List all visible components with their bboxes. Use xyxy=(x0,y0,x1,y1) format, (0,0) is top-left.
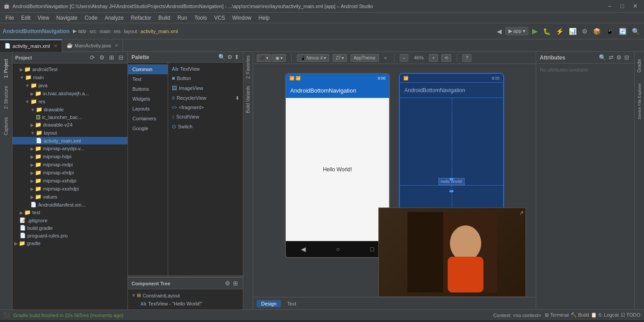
attach-button[interactable]: ⚡ xyxy=(554,27,565,36)
menu-tools[interactable]: Tools xyxy=(191,14,211,22)
palette-item-imageview[interactable]: 🖼 ImageView xyxy=(168,83,243,93)
sync-button[interactable]: 🔄 xyxy=(617,27,628,36)
tree-item-values[interactable]: ▶📁values xyxy=(13,193,127,201)
palette-item-textview[interactable]: Ab TextView xyxy=(168,64,243,73)
menu-build[interactable]: Build xyxy=(155,14,174,22)
maximize-button[interactable]: □ xyxy=(618,2,627,10)
tree-item-mipmap-hdpi[interactable]: ▶📁mipmap-hdpi xyxy=(13,153,127,161)
breadcrumb-app[interactable]: ▶ app xyxy=(73,28,86,34)
tree-item-mipmap-xxhdpi[interactable]: ▶📁mipmap-xxhdpi xyxy=(13,177,127,185)
tree-item-package[interactable]: ▶📁in.tvac.akshayejh.a... xyxy=(13,89,127,97)
bottom-tab-design[interactable]: Design xyxy=(257,300,281,307)
palette-cat-common[interactable]: Common xyxy=(128,64,168,74)
menu-view[interactable]: View xyxy=(34,14,53,22)
nav-home-btn[interactable]: ○ xyxy=(336,246,340,253)
nav-recents-btn[interactable]: □ xyxy=(370,246,374,253)
tree-item-proguard[interactable]: 📄proguard-rules.pro xyxy=(13,232,127,239)
tree-item-main[interactable]: ▼📁main xyxy=(13,73,127,81)
attr-gear-icon[interactable]: ⚙ xyxy=(615,54,623,61)
palette-cat-containers[interactable]: Containers xyxy=(128,114,168,123)
tree-item-drawable[interactable]: ▼📁drawable xyxy=(13,106,127,114)
design-surface-btn[interactable]: ⬛▾ xyxy=(257,54,271,62)
menu-refactor[interactable]: Refactor xyxy=(127,14,155,22)
menu-window[interactable]: Window xyxy=(229,14,255,22)
side-tab-captures[interactable]: Captures xyxy=(2,114,10,139)
tree-item-java[interactable]: ▼📁java xyxy=(13,81,127,89)
menu-code[interactable]: Code xyxy=(81,14,101,22)
build-btn[interactable]: 🔨 Build xyxy=(571,312,589,318)
nav-back-btn[interactable]: ◀ xyxy=(301,246,306,253)
side-tab-structure[interactable]: 2: Structure xyxy=(2,82,10,113)
breadcrumb-res[interactable]: res xyxy=(114,29,120,34)
tree-item-ic-launcher[interactable]: 🖼ic_launcher_bac... xyxy=(13,114,127,121)
blueprint-btn[interactable]: ◉▾ xyxy=(272,54,286,62)
side-tab-device-file-explorer[interactable]: Device File Explorer xyxy=(636,80,644,123)
side-tab-favorites[interactable]: 2: Favorites xyxy=(244,52,252,82)
zoom-fit-btn[interactable]: ⟲ xyxy=(441,54,451,62)
tree-item-test[interactable]: ▶📁test xyxy=(13,208,127,216)
palette-expand-icon[interactable]: ⬆ xyxy=(234,54,239,60)
attr-collapse-icon[interactable]: ⊟ xyxy=(623,54,631,61)
terminal-btn[interactable]: ⊞ Terminal xyxy=(545,312,568,318)
tree-item-activity-main[interactable]: 📄activity_main.xml xyxy=(13,137,127,144)
palette-item-scrollview[interactable]: ↕ ScrollView xyxy=(168,112,243,122)
tab-main-activity-java[interactable]: ☕ MainActivity.java ✕ xyxy=(62,39,123,52)
menu-vcs[interactable]: VCS xyxy=(211,14,229,22)
sdk-button[interactable]: 📦 xyxy=(591,27,602,36)
tree-item-mipmap-xxxhdpi[interactable]: ▶📁mipmap-xxxhdpi xyxy=(13,185,127,193)
side-tab-gradle[interactable]: Gradle xyxy=(635,55,644,76)
video-resize-handle[interactable]: ↗ xyxy=(519,210,524,216)
todo-btn[interactable]: ☑ TODO xyxy=(621,312,640,318)
search-button[interactable]: 🔍 xyxy=(630,27,641,36)
logcat-btn[interactable]: 📋 6: Logcat xyxy=(591,312,619,318)
tree-item-mipmap-xhdpi[interactable]: ▶📁mipmap-xhdpi xyxy=(13,169,127,177)
attr-search-icon[interactable]: 🔍 xyxy=(597,54,607,61)
component-tree-expand-icon[interactable]: ⊞ xyxy=(232,280,239,287)
project-sync-icon[interactable]: ⟳ xyxy=(89,54,96,61)
minimize-button[interactable]: – xyxy=(606,2,614,10)
tree-item-androidtest[interactable]: ▶📁androidTest xyxy=(13,65,127,73)
avd-button[interactable]: 📱 xyxy=(604,27,615,36)
palette-cat-google[interactable]: Google xyxy=(128,123,168,133)
tree-item-mipmap-mdpi[interactable]: ▶📁mipmap-mdpi xyxy=(13,161,127,169)
run-button[interactable]: ▶ xyxy=(530,26,539,36)
debug-button[interactable]: 🐛 xyxy=(541,27,552,36)
attr-swap-icon[interactable]: ⇄ xyxy=(607,54,615,61)
project-collapse-icon[interactable]: ⊟ xyxy=(117,54,125,61)
breadcrumb-layout[interactable]: layout xyxy=(124,29,137,34)
menu-navigate[interactable]: Navigate xyxy=(53,14,81,22)
tree-item-layout[interactable]: ▼📁layout xyxy=(13,129,127,137)
theme-selector[interactable]: AppTheme xyxy=(351,54,379,62)
palette-cat-widgets[interactable]: Widgets xyxy=(128,94,168,104)
palette-gear-icon[interactable]: ⚙ xyxy=(227,54,233,60)
palette-item-switch[interactable]: ⊙ Switch xyxy=(168,122,243,131)
palette-cat-text[interactable]: Text xyxy=(128,74,168,84)
tree-item-res[interactable]: ▼📁res xyxy=(13,97,127,106)
tree-item-gradle[interactable]: ▶📁gradle xyxy=(13,239,127,247)
settings-button[interactable]: ⚙ xyxy=(580,27,589,36)
component-tree-gear-icon[interactable]: ⚙ xyxy=(224,280,232,287)
project-expand-icon[interactable]: ⊞ xyxy=(108,54,115,61)
breadcrumb-main[interactable]: main xyxy=(100,29,110,34)
palette-cat-buttons[interactable]: Buttons xyxy=(128,84,168,94)
side-tab-project[interactable]: 1: Project xyxy=(2,55,10,81)
palette-search-icon[interactable]: 🔍 xyxy=(218,54,225,60)
profile-button[interactable]: 📊 xyxy=(567,27,578,36)
tree-item-mipmap-anydpi[interactable]: ▶📁mipmap-anydpi-v... xyxy=(13,144,127,153)
side-tab-build-variants[interactable]: Build Variants xyxy=(244,82,252,117)
palette-cat-layouts[interactable]: Layouts xyxy=(128,104,168,114)
api-selector[interactable]: 27 ▾ xyxy=(333,54,347,62)
breadcrumb-file[interactable]: activity_main.xml xyxy=(140,29,178,34)
project-gear-icon[interactable]: ⚙ xyxy=(98,54,106,61)
tab-xml-close[interactable]: ✕ xyxy=(54,43,57,48)
menu-edit[interactable]: Edit xyxy=(17,14,34,22)
device-selector[interactable]: 📱 Nexus 4 ▾ xyxy=(297,54,329,62)
help-btn[interactable]: ? xyxy=(462,54,471,62)
menu-help[interactable]: Help xyxy=(255,14,273,22)
comp-tree-textview[interactable]: Ab TextView - "Hello World!" xyxy=(128,300,243,308)
palette-item-recyclerview[interactable]: ≡ RecyclerView ⬇ xyxy=(168,93,243,103)
tree-item-gitignore[interactable]: 📝.gitignore xyxy=(13,216,127,224)
menu-analyze[interactable]: Analyze xyxy=(101,14,127,22)
download-icon[interactable]: ⬇ xyxy=(235,95,239,101)
comp-tree-constraint-layout[interactable]: ▼ ⊞ ConstraintLayout xyxy=(128,291,243,300)
